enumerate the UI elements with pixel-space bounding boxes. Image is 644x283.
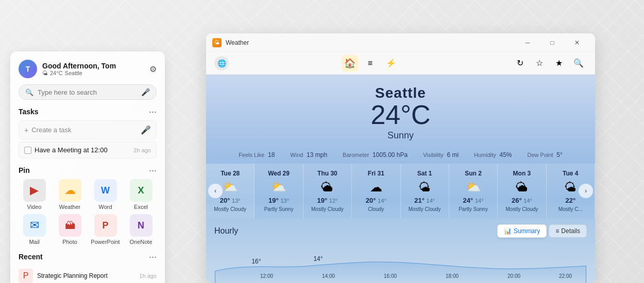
forecast-day-1-temps: 19° 13° xyxy=(259,197,298,204)
pin-word[interactable]: W Word xyxy=(90,179,121,210)
nav-refresh-button[interactable]: ↻ xyxy=(512,55,528,72)
pin-more-button[interactable]: ··· xyxy=(149,166,157,175)
summary-toggle-button[interactable]: 📊 Summary xyxy=(497,224,547,238)
humidity: Humidity 45% xyxy=(474,151,512,158)
forecast-row: ‹ Tue 28 ⛅ 20° 13° Mostly Cloudy Wed 29 … xyxy=(206,164,595,218)
create-task-label: Create a task xyxy=(31,126,71,134)
pin-weather-label: Weather xyxy=(59,204,80,210)
pin-mail[interactable]: ✉ Mail xyxy=(19,214,50,245)
pin-video-label: Video xyxy=(27,204,42,210)
svg-text:12:00: 12:00 xyxy=(260,273,273,279)
nav-favorites-button[interactable]: ☆ xyxy=(531,55,548,72)
forecast-day-0-condition: Mostly Cloudy xyxy=(210,206,250,212)
humidity-label: Humidity xyxy=(474,152,496,158)
pin-mail-label: Mail xyxy=(29,239,39,245)
titlebar-controls: ─ □ ✕ xyxy=(516,34,589,51)
forecast-day-4-high: 21° xyxy=(414,197,425,204)
nav-home-button[interactable]: 🏠 xyxy=(342,55,358,72)
nav-globe-icon[interactable]: 🌐 xyxy=(214,56,229,70)
create-task-button[interactable]: + Create a task 🎤 xyxy=(19,120,157,139)
pin-excel[interactable]: X Excel xyxy=(125,179,157,210)
nav-search-button[interactable]: 🔍 xyxy=(570,55,587,72)
search-input[interactable] xyxy=(38,89,141,96)
pin-header: Pin ··· xyxy=(19,166,157,175)
hourly-toggle: 📊 Summary ≡ Details xyxy=(497,224,587,238)
word-icon: W xyxy=(94,179,117,202)
photo-icon: 🏔 xyxy=(59,214,81,237)
svg-text:20:00: 20:00 xyxy=(507,273,520,279)
forecast-day-5[interactable]: Sun 2 ⛅ 24° 14° Partly Sunny xyxy=(449,164,498,218)
hourly-chart-svg: 16° 14° 12:00 14:00 16:00 18:00 20:00 22… xyxy=(214,243,587,283)
forecast-day-1[interactable]: Wed 29 ⛅ 19° 13° Partly Sunny xyxy=(255,164,303,218)
forecast-day-6[interactable]: Mon 3 🌥 26° 14° Mostly Cloudy xyxy=(498,164,546,218)
forecast-day-7-label: Tue 4 xyxy=(551,170,590,177)
recent-more-button[interactable]: ··· xyxy=(149,252,157,261)
close-button[interactable]: ✕ xyxy=(565,34,589,51)
svg-text:14:00: 14:00 xyxy=(322,273,335,279)
dew-point: Dew Point 5° xyxy=(528,151,563,158)
avatar-initials: T xyxy=(26,65,30,73)
forecast-day-4-temps: 21° 14° xyxy=(405,197,445,204)
forecast-day-6-low: 14° xyxy=(523,198,532,204)
search-icon: 🔍 xyxy=(25,89,33,96)
forecast-day-6-temps: 26° 14° xyxy=(502,197,541,204)
details-toggle-button[interactable]: ≡ Details xyxy=(549,224,587,238)
microphone-icon[interactable]: 🎤 xyxy=(141,88,150,96)
details-icon: ≡ xyxy=(555,227,559,235)
recent-file-icon: P xyxy=(19,269,33,283)
weather-app-small-icon: 🌤 xyxy=(212,38,222,47)
city-name: Seattle xyxy=(206,85,595,101)
pin-weather[interactable]: ☁ Weather xyxy=(54,179,86,210)
nav-center: 🏠 ≡ ⚡ xyxy=(342,55,399,72)
wind-val: 13 mph xyxy=(307,151,327,158)
minimize-button[interactable]: ─ xyxy=(516,34,539,51)
forecast-day-1-high: 19° xyxy=(268,197,279,204)
feels-like-val: 18 xyxy=(268,151,275,158)
pin-grid: ▶ Video ☁ Weather W Word X Excel ✉ Mail … xyxy=(19,179,157,245)
pin-photo[interactable]: 🏔 Photo xyxy=(54,214,86,245)
nav-radar-button[interactable]: ⚡ xyxy=(383,55,399,72)
feels-like: Feels Like 18 xyxy=(239,151,275,158)
barometer: Barometer 1005.00 hPa xyxy=(343,151,408,158)
task-checkbox[interactable] xyxy=(24,147,31,154)
forecast-day-5-condition: Partly Sunny xyxy=(453,206,493,212)
forecast-day-1-icon: ⛅ xyxy=(259,180,298,194)
tasks-more-button[interactable]: ··· xyxy=(149,107,157,116)
forecast-prev-button[interactable]: ‹ xyxy=(208,184,223,198)
nav-star-button[interactable]: ★ xyxy=(551,55,567,72)
pin-onenote-label: OneNote xyxy=(129,239,152,245)
task-item[interactable]: Have a Meeting at 12:00 2h ago xyxy=(19,142,157,158)
pin-onenote[interactable]: N OneNote xyxy=(125,214,157,245)
forecast-day-2-condition: Mostly Cloudy xyxy=(308,206,347,212)
weather-window: 🌤 Weather ─ □ ✕ 🌐 🏠 ≡ ⚡ ↻ ☆ ★ 🔍 Seattle xyxy=(206,33,595,283)
recent-file-time: 1h ago xyxy=(139,273,157,279)
forecast-day-2-label: Thu 30 xyxy=(308,170,347,177)
create-mic-icon: 🎤 xyxy=(141,125,151,135)
user-greeting: Good Afternoon, Tom xyxy=(42,62,149,70)
user-location: Seattle xyxy=(65,70,82,76)
task-text: Have a Meeting at 12:00 xyxy=(35,146,108,154)
settings-icon[interactable]: ⚙ xyxy=(149,64,157,74)
pin-video[interactable]: ▶ Video xyxy=(19,179,50,210)
forecast-day-2-icon: 🌥 xyxy=(308,180,347,194)
avatar: T xyxy=(19,60,37,78)
recent-left: P Strategic Planning Report xyxy=(19,269,108,283)
svg-text:14°: 14° xyxy=(313,255,323,262)
forecast-day-3[interactable]: Fri 31 ☁ 20° 14° Cloudy xyxy=(352,164,400,218)
forecast-day-2[interactable]: Thu 30 🌥 19° 12° Mostly Cloudy xyxy=(303,164,352,218)
maximize-button[interactable]: □ xyxy=(540,34,564,51)
plus-icon: + xyxy=(24,126,28,134)
forecast-day-1-condition: Partly Sunny xyxy=(259,206,298,212)
pin-powerpoint[interactable]: P PowerPoint xyxy=(90,214,121,245)
forecast-day-5-temps: 24° 14° xyxy=(453,197,493,204)
forecast-next-button[interactable]: › xyxy=(579,184,593,198)
nav-list-button[interactable]: ≡ xyxy=(362,55,379,72)
user-meta: 🌤 24°C Seattle xyxy=(42,70,149,76)
visibility: Visibility 6 mi xyxy=(423,151,459,158)
forecast-day-4[interactable]: Sat 1 🌤 21° 14° Mostly Cloudy xyxy=(401,164,449,218)
task-left: Have a Meeting at 12:00 xyxy=(24,146,108,154)
weather-window-title: Weather xyxy=(226,39,249,46)
powerpoint-icon: P xyxy=(94,214,117,237)
recent-item[interactable]: P Strategic Planning Report 1h ago xyxy=(19,266,157,283)
pin-word-label: Word xyxy=(98,204,112,210)
